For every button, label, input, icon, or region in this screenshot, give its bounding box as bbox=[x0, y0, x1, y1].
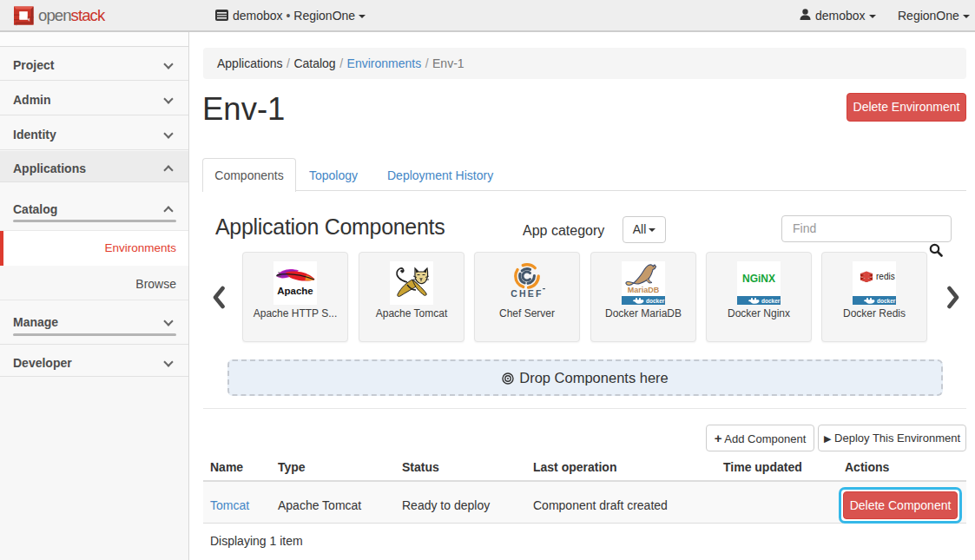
svg-text:redis: redis bbox=[876, 272, 895, 281]
svg-text:NGiNX: NGiNX bbox=[742, 273, 775, 285]
svg-text:Apache: Apache bbox=[277, 286, 313, 296]
svg-text:CHEF: CHEF bbox=[511, 288, 543, 299]
svg-text:docker: docker bbox=[646, 298, 665, 304]
svg-text:docker: docker bbox=[761, 298, 781, 304]
svg-text:MariaDB: MariaDB bbox=[628, 286, 660, 294]
svg-text:docker: docker bbox=[877, 298, 896, 304]
